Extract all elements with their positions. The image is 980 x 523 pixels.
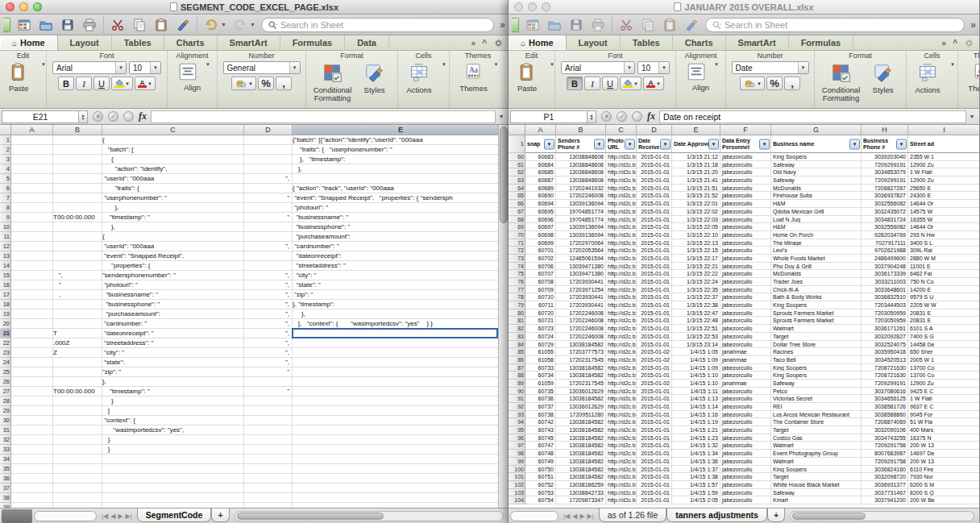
row-header-23[interactable]: 23: [0, 348, 11, 358]
cell[interactable]: 61058: [525, 356, 556, 364]
cell[interactable]: 60684: [525, 161, 556, 169]
cell[interactable]: jabezorcullo: [720, 481, 771, 489]
cell[interactable]: http://d2c.b: [606, 325, 637, 333]
cell[interactable]: 60737: [525, 403, 556, 411]
cell[interactable]: [53, 416, 102, 425]
cell[interactable]: 1/4/15 1:14: [672, 403, 720, 411]
cell[interactable]: 60754: [525, 496, 556, 504]
cell[interactable]: [11, 145, 53, 155]
cell[interactable]: 2015-01-01: [637, 450, 672, 458]
chevron-down-icon[interactable]: ▼: [289, 62, 300, 73]
cell[interactable]: Sprouts Farmers Market: [771, 317, 862, 325]
cell[interactable]: Target: [771, 426, 862, 434]
cell[interactable]: Whole Foods Market: [771, 255, 862, 263]
row-header-24[interactable]: 24: [0, 358, 11, 367]
cell[interactable]: 3037731467: [862, 489, 908, 497]
cell[interactable]: 1/3/15 22:05: [672, 223, 720, 231]
row-header-101[interactable]: 101: [509, 473, 525, 481]
cell[interactable]: [11, 484, 53, 493]
cell[interactable]: http://d2c.b: [606, 293, 637, 301]
cell[interactable]: [293, 493, 509, 503]
cell[interactable]: ",: [244, 290, 293, 300]
cell[interactable]: 3035950418: [862, 348, 908, 356]
cell[interactable]: 60747: [525, 442, 556, 450]
cell[interactable]: jabezorcullo: [720, 325, 771, 333]
row-header-74[interactable]: 74: [509, 263, 525, 271]
prev-sheet-icon[interactable]: ◀: [110, 513, 115, 520]
cell[interactable]: "businessphone": ": [102, 300, 244, 309]
cell[interactable]: 17202246008: [556, 325, 606, 333]
cell[interactable]: ",: [244, 174, 293, 184]
row-header-29[interactable]: 29: [0, 406, 11, 416]
row-header-96[interactable]: 96: [509, 434, 525, 442]
cell[interactable]: 2015-01-01: [637, 473, 672, 481]
cell[interactable]: "state":: [102, 358, 244, 367]
comma-button[interactable]: ,: [784, 77, 800, 90]
cell[interactable]: http://d2c.b: [606, 380, 637, 388]
cell[interactable]: 60702: [525, 255, 556, 263]
left-horizontal-scrollbar[interactable]: [235, 511, 504, 521]
cell[interactable]: 1/3/15 22:51: [672, 325, 720, 333]
cell[interactable]: ": [244, 367, 293, 377]
cell[interactable]: [53, 261, 102, 271]
cell[interactable]: ": [53, 280, 102, 290]
cell[interactable]: "zip": ": [102, 367, 244, 377]
cell[interactable]: 309L Rai: [908, 247, 979, 255]
cell[interactable]: ",: [244, 242, 293, 251]
cell[interactable]: 2015-01-01: [637, 263, 672, 271]
cell[interactable]: 13038848608: [556, 153, 606, 161]
row-header-25[interactable]: 25: [0, 367, 11, 377]
cell[interactable]: 1/3/15 22:38: [672, 301, 720, 309]
ribbon-tab-formulas[interactable]: Formulas: [789, 35, 854, 50]
cell[interactable]: 2205 W W: [908, 301, 979, 309]
gear-icon[interactable]: [964, 38, 974, 48]
cell[interactable]: 2015-01-01: [637, 192, 672, 200]
cell[interactable]: jabezorcullo: [720, 458, 771, 466]
cell[interactable]: [11, 242, 53, 251]
row-header-27[interactable]: 27: [0, 387, 11, 396]
bold-button[interactable]: B: [58, 77, 74, 90]
cell[interactable]: http://d2c.b: [606, 403, 637, 411]
cell[interactable]: jabezorcullo: [720, 255, 771, 263]
cell[interactable]: 1/3/15 22:22: [672, 270, 720, 278]
cell[interactable]: http://d2c.b: [606, 481, 637, 489]
name-box[interactable]: P1: [510, 110, 588, 123]
font-name-select[interactable]: Arial▼: [52, 61, 127, 74]
cell[interactable]: http://d2c.b: [606, 223, 637, 231]
cell[interactable]: McDonalds: [771, 185, 862, 193]
template-gallery-icon[interactable]: [16, 17, 32, 33]
cell[interactable]: http://d2c.b: [606, 153, 637, 161]
cell[interactable]: [53, 242, 102, 251]
cell[interactable]: 3034656125: [862, 395, 908, 403]
cell[interactable]: 7209291758: [862, 442, 908, 450]
paste-icon[interactable]: [153, 17, 169, 33]
row-header-2[interactable]: 2: [0, 145, 11, 155]
chevron-down-icon[interactable]: ▼: [206, 62, 210, 67]
cell[interactable]: jabezorcullo: [720, 442, 771, 450]
cell[interactable]: [293, 425, 509, 435]
cell[interactable]: 200 W Be: [908, 496, 979, 504]
cell[interactable]: janahmae: [720, 348, 771, 356]
cell[interactable]: 2015-01-01: [637, 168, 672, 176]
styles-button[interactable]: Styles: [357, 62, 392, 94]
cell[interactable]: 2015-01-01: [637, 403, 672, 411]
collapse-ribbon-icon[interactable]: ^: [482, 39, 487, 48]
table-column-header[interactable]: Street ad: [908, 135, 979, 153]
cell[interactable]: T00:00:00.000: [53, 213, 102, 222]
cell[interactable]: 1/4/15 1:10: [672, 371, 720, 380]
cell[interactable]: 13038184582: [556, 473, 606, 481]
cell[interactable]: 1/4/15 1:19: [672, 418, 720, 426]
column-header-D[interactable]: D: [637, 125, 672, 135]
cell[interactable]: "sendersphonenumber": ": [102, 271, 244, 280]
ribbon-tab-home[interactable]: ⌂Home: [0, 35, 58, 50]
ribbon-overflow-chevron[interactable]: »: [942, 39, 947, 48]
row-header-91[interactable]: 91: [509, 395, 525, 403]
cell[interactable]: jabezorcullo: [720, 403, 771, 411]
row-header-67[interactable]: 67: [509, 208, 525, 216]
cell[interactable]: 9425 E C: [908, 388, 979, 396]
search-field[interactable]: [705, 18, 965, 32]
cell[interactable]: 13038842733: [556, 489, 606, 497]
cell[interactable]: King Soopers: [771, 153, 862, 161]
cell[interactable]: 60687: [525, 176, 556, 185]
cell[interactable]: "dateonreceipt":: [293, 251, 509, 261]
